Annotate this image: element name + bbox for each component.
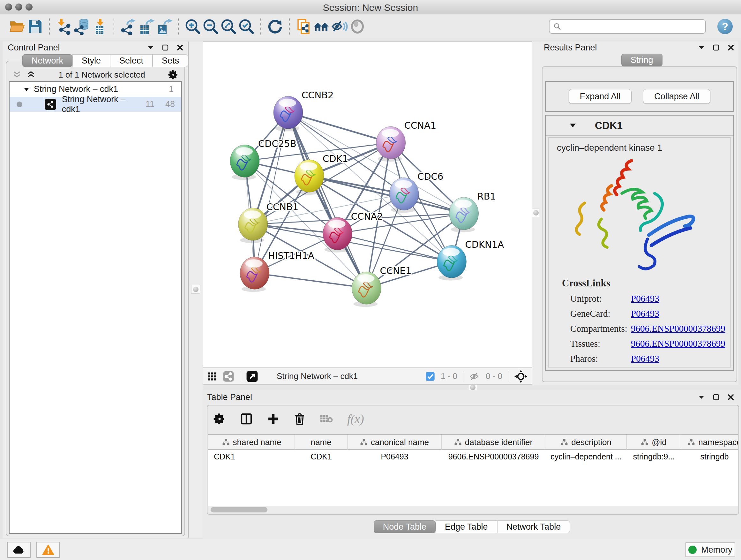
expand-all-button[interactable]: Expand All <box>569 89 632 104</box>
float-panel-icon[interactable] <box>162 44 169 51</box>
close-panel-icon[interactable] <box>177 44 183 51</box>
save-session-button[interactable] <box>26 17 44 36</box>
table-cell[interactable]: stringdb <box>681 449 738 463</box>
import-table-button[interactable] <box>91 17 109 36</box>
tab-node-table[interactable]: Node Table <box>374 520 435 533</box>
close-panel-icon[interactable] <box>728 44 734 51</box>
network-canvas[interactable]: CCNB2 CCNA1 CDC25B CDK1 <box>203 42 532 368</box>
network-node-ccnb2[interactable]: CCNB2 <box>273 90 334 131</box>
memory-button[interactable]: Memory <box>685 543 735 557</box>
horizontal-splitter[interactable] <box>203 385 741 390</box>
panel-menu-icon[interactable] <box>698 45 704 50</box>
network-row[interactable]: String Network – cdk1 11 48 <box>10 97 181 112</box>
grid-view-icon[interactable] <box>207 372 217 381</box>
column-header-namespace[interactable]: namespace <box>681 435 738 450</box>
refresh-layout-button[interactable] <box>266 17 284 36</box>
first-neighbors-button[interactable] <box>295 17 313 36</box>
zoom-selected-button[interactable] <box>238 17 255 36</box>
help-button[interactable]: ? <box>718 19 733 34</box>
panel-menu-icon[interactable] <box>147 45 154 50</box>
network-node-cdkn1a[interactable]: CDKN1A <box>437 239 504 281</box>
gene-expander-icon[interactable] <box>569 123 576 128</box>
network-node-cdk1[interactable]: CDK1 <box>294 153 348 195</box>
export-network-button[interactable] <box>119 17 137 36</box>
table-cell[interactable]: 9606.ENSP00000378699 <box>442 449 545 463</box>
import-database-button[interactable] <box>73 17 91 36</box>
collapse-all-button[interactable]: Collapse All <box>643 89 711 104</box>
collapse-all-icon[interactable] <box>12 71 22 79</box>
crosslink-value-link[interactable]: P06493 <box>631 294 659 304</box>
table-cell[interactable]: stringdb:9... <box>627 449 681 463</box>
selected-checkbox-icon[interactable] <box>425 372 435 381</box>
right-splitter-grip[interactable] <box>531 208 540 217</box>
detach-view-icon[interactable] <box>246 370 258 382</box>
network-edge[interactable] <box>255 112 288 273</box>
tab-edge-table[interactable]: Edge Table <box>435 520 497 533</box>
show-columns-button[interactable] <box>240 413 253 425</box>
gear-icon[interactable] <box>168 69 179 80</box>
crosslink-value-link[interactable]: P06493 <box>631 308 659 319</box>
table-horizontal-scrollbar[interactable] <box>208 506 738 513</box>
network-node-ccne1[interactable]: CCNE1 <box>352 265 411 307</box>
delete-table-button[interactable] <box>320 413 333 425</box>
network-node-rb1[interactable]: RB1 <box>449 191 496 233</box>
right-splitter[interactable] <box>532 42 539 385</box>
table-cell[interactable]: CDK1 <box>209 449 295 463</box>
add-column-button[interactable] <box>267 413 280 425</box>
table-settings-button[interactable] <box>213 413 226 425</box>
column-header-shared-name[interactable]: shared name <box>209 435 295 450</box>
column-header-id[interactable]: @id <box>627 435 681 450</box>
export-image-button[interactable] <box>155 17 173 36</box>
column-header-description[interactable]: description <box>545 435 627 450</box>
scrollbar-thumb[interactable] <box>211 507 267 512</box>
search-field[interactable] <box>561 21 701 32</box>
houses-button[interactable] <box>313 17 331 36</box>
network-edge[interactable] <box>288 112 366 288</box>
column-header-canonical-name[interactable]: canonical name <box>347 435 442 450</box>
column-header-name[interactable]: name <box>295 435 347 450</box>
search-input[interactable] <box>549 19 706 34</box>
birds-eye-icon[interactable] <box>514 370 528 383</box>
tree-expander-icon[interactable] <box>23 87 29 91</box>
table-cell[interactable]: CDK1 <box>295 449 347 463</box>
crosslink-value-link[interactable]: P06493 <box>631 354 659 364</box>
left-splitter-grip[interactable] <box>191 285 200 294</box>
tab-sets[interactable]: Sets <box>152 54 188 67</box>
panel-menu-icon[interactable] <box>698 395 704 399</box>
expand-all-icon[interactable] <box>26 71 36 79</box>
float-panel-icon[interactable] <box>713 44 719 51</box>
table-cell[interactable]: P06493 <box>347 449 442 463</box>
zoom-in-button[interactable] <box>184 17 202 36</box>
tab-network[interactable]: Network <box>22 54 72 67</box>
hide-unhide-button[interactable] <box>331 17 348 36</box>
trash-icon <box>293 413 306 425</box>
tab-network-table[interactable]: Network Table <box>497 520 570 533</box>
gene-header-row[interactable]: CDK1 <box>546 116 733 136</box>
network-edge[interactable] <box>255 273 367 288</box>
network-view-icon[interactable] <box>223 371 234 382</box>
function-builder-button[interactable]: f(x) <box>347 412 364 426</box>
warning-status-button[interactable] <box>37 542 60 558</box>
network-node-hist1h1a[interactable]: HIST1H1A <box>240 250 314 292</box>
tab-style[interactable]: Style <box>72 54 110 67</box>
node-label: CCNA1 <box>404 120 436 131</box>
zoom-fit-button[interactable] <box>219 17 238 36</box>
tab-select[interactable]: Select <box>110 54 152 67</box>
crosslink-value-link[interactable]: 9606.ENSP00000378699 <box>631 338 725 349</box>
left-splitter[interactable] <box>188 42 203 538</box>
float-panel-icon[interactable] <box>713 394 719 400</box>
eye-disabled-button[interactable] <box>348 17 366 36</box>
crosslink-value-link[interactable]: 9606.ENSP00000378699 <box>631 323 725 334</box>
zoom-out-button[interactable] <box>202 17 219 36</box>
open-session-button[interactable] <box>8 17 26 36</box>
table-cell[interactable]: cyclin–dependent ... <box>545 449 627 463</box>
network-edge[interactable] <box>288 112 391 143</box>
close-panel-icon[interactable] <box>728 394 734 400</box>
delete-column-button[interactable] <box>293 413 306 425</box>
tab-string[interactable]: String <box>621 54 663 66</box>
network-node-ccna1[interactable]: CCNA1 <box>376 120 436 162</box>
export-table-button[interactable] <box>137 17 155 36</box>
import-network-button[interactable] <box>55 17 73 36</box>
column-header-database-identifier[interactable]: database identifier <box>442 435 545 450</box>
cloud-status-button[interactable] <box>7 542 30 558</box>
